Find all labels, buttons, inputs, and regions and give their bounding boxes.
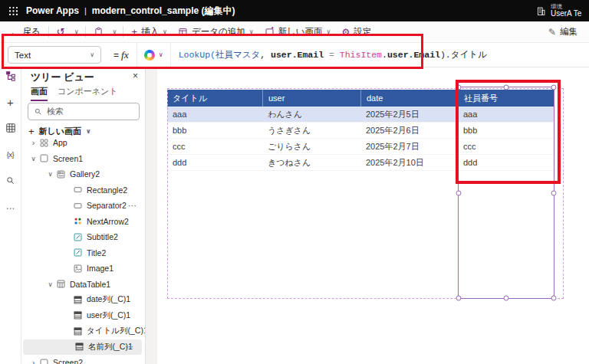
tree-item-nextarrow2[interactable]: NextArrow2 [21, 214, 145, 230]
resize-handle[interactable] [551, 85, 557, 90]
search-nav-button[interactable] [2, 172, 19, 189]
table-cell: aaa [458, 107, 554, 122]
chevron-right-icon[interactable]: › [28, 358, 39, 364]
chevron-right-icon[interactable]: › [28, 138, 39, 147]
tree-item-separator2[interactable]: Separator2⋯ [21, 198, 145, 214]
chevron-down-icon[interactable]: ∨ [44, 280, 56, 288]
fx-label: fx [121, 49, 129, 61]
tree-item-タイトル列(_c)1[interactable]: タイトル列(_C)1 [21, 323, 145, 339]
back-button[interactable]: ← 戻る [5, 23, 46, 41]
tree-item-datatable1[interactable]: ∨DataTable1 [21, 277, 145, 293]
tree-item-screen1[interactable]: ∨Screen1 [21, 151, 145, 167]
edit-mode-button[interactable]: ✎ 編集 [543, 23, 583, 41]
tree-item-gallery2[interactable]: ∨Gallery2 [21, 166, 145, 182]
table-row[interactable]: cccごりらさん2025年2月7日ccc [167, 139, 554, 155]
resize-handle[interactable] [456, 190, 462, 195]
resize-handle[interactable] [551, 190, 557, 195]
table-row[interactable]: bbbうさぎさん2025年2月6日bbb [167, 123, 554, 139]
tree-item-rectangle2[interactable]: Rectangle2 [21, 182, 145, 198]
chevron-down-icon: ∨ [159, 52, 163, 58]
column-icon [73, 310, 87, 320]
tree-item-date列(_c)1[interactable]: date列(_C)1 [21, 292, 145, 308]
toolbar-divider [85, 26, 86, 38]
tree-item-user列(_c)1[interactable]: user列(_C)1 [21, 308, 145, 324]
table-row[interactable]: dddきつねさん2025年2月10日ddd [167, 155, 554, 171]
insert-nav-button[interactable]: + [2, 93, 19, 110]
column-header[interactable]: 社員番号 [458, 90, 554, 107]
canvas-area[interactable]: タイトルuserdate社員番号 aaaわんさん2025年2月5日aaabbbう… [146, 67, 589, 364]
undo-button[interactable]: ↺ [51, 23, 71, 41]
table-cell: きつねさん [262, 155, 360, 170]
tree-item-label: Image1 [87, 264, 114, 273]
search-input[interactable]: 検索 [28, 103, 140, 120]
column-icon [73, 295, 87, 305]
insert-label: 挿入 [141, 26, 159, 38]
column-header[interactable]: タイトル [167, 90, 262, 107]
chevron-down-icon[interactable]: ∨ [28, 155, 39, 162]
rectangle-icon [73, 185, 87, 195]
resize-handle[interactable] [456, 296, 462, 301]
environment-picker[interactable]: 環境 UserA Te [536, 0, 589, 21]
table-row[interactable]: aaaわんさん2025年2月5日aaa [167, 107, 554, 123]
settings-label: 設定 [354, 26, 371, 38]
add-data-button[interactable]: データの追加 ∨ [173, 23, 259, 41]
table-body: aaaわんさん2025年2月5日aaabbbうさぎさん2025年2月6日bbbc… [167, 107, 554, 171]
tree-item-label: Rectangle2 [87, 185, 127, 195]
toolbar-divider [123, 26, 123, 38]
gallery-icon [56, 169, 70, 179]
table-cell: 2025年2月7日 [360, 139, 458, 154]
copilot-icon [144, 50, 155, 61]
data-nav-button[interactable] [2, 120, 19, 136]
more-commands-button[interactable]: … [377, 23, 397, 41]
resize-handle[interactable] [456, 85, 462, 90]
tree-item-screen2[interactable]: ›Screen2 [21, 355, 145, 364]
data-table-control[interactable]: タイトルuserdate社員番号 aaaわんさん2025年2月5日aaabbbう… [167, 90, 554, 171]
copilot-button[interactable]: ∨ [137, 43, 171, 67]
variables-icon: {x} [7, 150, 15, 159]
waffle-menu-icon[interactable] [0, 0, 26, 21]
table-header-row: タイトルuserdate社員番号 [167, 90, 554, 107]
toolbar-divider [48, 26, 49, 38]
table-cell: わんさん [262, 107, 360, 122]
settings-button[interactable]: ⚙ 設定 [336, 23, 377, 41]
tree-item-名前列(_c)1[interactable]: 名前列(_C)1⋯ [23, 339, 142, 356]
formula-input[interactable]: LookUp(社員マスタ, user.Email = ThisItem.user… [179, 49, 487, 61]
new-screen-icon [265, 27, 275, 37]
formula-segment: = [324, 50, 340, 60]
more-options-icon[interactable]: ⋯ [125, 342, 134, 352]
tree-item-label: App [53, 138, 67, 147]
tree-item-app[interactable]: ›App [21, 135, 145, 151]
command-bar: ← 戻る ↺ ∨ ∨ + 挿入 ∨ [0, 21, 589, 43]
resize-handle[interactable] [504, 85, 509, 90]
close-icon[interactable]: × [133, 71, 138, 81]
formula-segment: ) [440, 50, 446, 60]
tab-screens[interactable]: 画面 [31, 86, 48, 101]
more-nav-button[interactable]: … [2, 198, 19, 215]
app-header: Power Apps | modern_control_sample (編集中)… [0, 0, 589, 21]
column-header[interactable]: user [262, 90, 360, 107]
column-header[interactable]: date [360, 90, 458, 107]
formula-segment: LookUp( [179, 50, 216, 60]
paste-menu-button[interactable]: ∨ [109, 23, 121, 41]
resize-handle[interactable] [551, 296, 557, 301]
new-screen-button[interactable]: 新しい画面 ∨ [259, 23, 337, 41]
plus-icon: + [131, 27, 137, 37]
variables-nav-button[interactable]: {x} [2, 146, 19, 162]
insert-button[interactable]: + 挿入 ∨ [126, 23, 172, 41]
undo-menu-button[interactable]: ∨ [71, 23, 83, 41]
chevron-down-icon[interactable]: ∨ [44, 170, 56, 178]
property-selector[interactable]: Text ∨ [8, 46, 101, 64]
text-icon [73, 232, 87, 242]
tree-item-label: Title2 [87, 248, 106, 257]
tree-view-nav-button[interactable] [2, 67, 19, 84]
more-options-icon[interactable]: ⋯ [128, 201, 137, 211]
tree-item-subtitle2[interactable]: Subtitle2 [21, 229, 145, 245]
tree-item-title2[interactable]: Title2 [21, 245, 145, 261]
tab-components[interactable]: コンポーネント [58, 86, 118, 101]
table-cell: aaa [167, 107, 262, 122]
tree-item-image1[interactable]: Image1 [21, 261, 145, 277]
formula-segment: , [260, 50, 271, 60]
resize-handle[interactable] [504, 296, 509, 301]
paste-button[interactable] [88, 23, 109, 41]
table-cell: 2025年2月10日 [360, 155, 458, 170]
